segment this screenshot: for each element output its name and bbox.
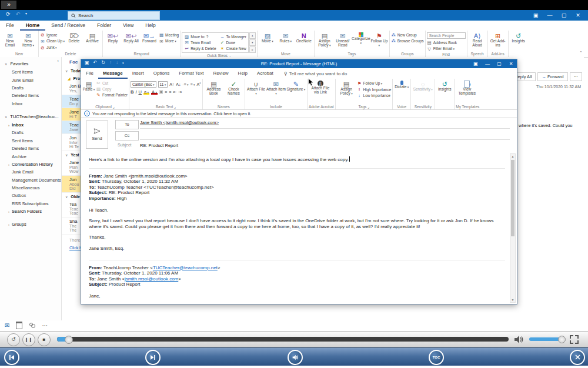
categorize-button[interactable]: Categorize xyxy=(352,31,370,45)
toolbar-expander-button[interactable]: » xyxy=(1,1,16,9)
high-importance-button[interactable]: ! High Importance xyxy=(357,87,392,92)
replay-button[interactable]: ↺ xyxy=(7,333,20,346)
tab-message[interactable]: Message xyxy=(98,68,128,79)
align-center-icon[interactable]: ≡ xyxy=(165,90,167,94)
seek-bar[interactable] xyxy=(57,337,509,342)
quick-steps-scrollbar[interactable]: ▴ ▾ ≡ xyxy=(249,32,256,53)
favorites-junk-email[interactable]: Junk Email xyxy=(0,76,61,83)
sidebar-item-miscellaneous[interactable]: Miscellaneous xyxy=(0,184,61,192)
favorites-drafts[interactable]: Drafts xyxy=(0,84,61,92)
decrease-indent-icon[interactable]: ⇤ xyxy=(173,90,176,95)
message-body-editor[interactable]: Here's a link to the online version and … xyxy=(81,152,517,304)
filter-email-button[interactable]: ▽ Filter Email xyxy=(427,46,466,52)
audio-button[interactable] xyxy=(288,350,303,365)
sidebar-item-search-folders[interactable]: › Search Folders xyxy=(0,208,61,215)
address-book-button[interactable]: ▤ Address Book xyxy=(427,40,466,45)
ignore-button[interactable]: ⊘ Ignore xyxy=(40,32,65,38)
quick-step-reply-delete[interactable]: ↩ Reply & Delete xyxy=(184,46,216,51)
insights-button[interactable]: ↺ Insights xyxy=(436,79,453,92)
stop-button[interactable]: ■ xyxy=(38,333,51,346)
archive-button[interactable]: ▤ Archive xyxy=(83,31,101,44)
tell-me-box[interactable]: ⚲ Tell me what you want to do xyxy=(278,71,348,76)
favorites-header[interactable]: ∨ Favorites xyxy=(0,59,61,68)
sidebar-item-deleted-items[interactable]: Deleted Items xyxy=(0,145,61,152)
signature-button[interactable]: ✎ Signature xyxy=(286,79,306,92)
tab-help[interactable]: Help xyxy=(139,21,161,31)
font-color-icon[interactable]: A xyxy=(151,89,158,95)
unread-read-button[interactable]: ✉ Unread/ Read xyxy=(334,31,352,48)
favorites-inbox[interactable]: Inbox xyxy=(0,100,61,108)
pause-button[interactable]: ❙❙ xyxy=(22,333,35,346)
close-icon[interactable]: ✕ xyxy=(571,10,585,21)
follow-up-button[interactable]: ⚑ Follow Up xyxy=(357,81,392,86)
customize-qat-icon[interactable]: ▾ xyxy=(25,11,27,17)
junk-button[interactable]: ⊘ Junk xyxy=(40,45,65,51)
assign-policy-button[interactable]: ▤ Assign Policy xyxy=(316,31,333,48)
to-button[interactable]: To xyxy=(115,120,139,129)
highlight-color-icon[interactable]: a xyxy=(143,89,149,95)
collapse-ribbon-icon[interactable]: ⌃ xyxy=(579,51,583,55)
maximize-icon[interactable]: ▢ xyxy=(493,59,505,68)
align-left-icon[interactable]: ≡ xyxy=(159,90,163,94)
align-right-icon[interactable]: ≡ xyxy=(169,90,171,94)
basic-text-dialog-launcher-icon[interactable]: ⌟ xyxy=(174,105,176,109)
tab-format-text[interactable]: Format Text xyxy=(174,68,208,79)
search-people-input[interactable]: Search People xyxy=(427,32,466,39)
scroll-down-icon[interactable]: ▼ xyxy=(510,298,515,302)
font-name-select[interactable]: Calibri (Boc xyxy=(131,81,156,88)
more-actions-button[interactable]: ⋯ xyxy=(570,72,583,81)
speaker-icon[interactable] xyxy=(514,335,524,344)
browse-groups-button[interactable]: ⁂ Browse Groups xyxy=(391,38,424,44)
tab-file[interactable]: File xyxy=(81,68,98,79)
previous-lesson-button[interactable] xyxy=(4,350,19,365)
tab-folder[interactable]: Folder xyxy=(91,21,117,31)
account-header[interactable]: ∨ TUCTeacher@teachuc... xyxy=(0,112,61,121)
paste-button[interactable]: ▤ Paste xyxy=(82,79,95,92)
shrink-font-icon[interactable]: A↓ xyxy=(176,82,181,86)
grow-font-icon[interactable]: A↑ xyxy=(169,82,174,86)
sidebar-item-rss-subscriptions[interactable]: RSS Subscriptions xyxy=(0,200,61,208)
cc-field[interactable] xyxy=(140,131,510,140)
read-aloud-button[interactable]: A⟩ Read Aloud xyxy=(469,31,486,48)
quick-step-to-manager[interactable]: → To Manager xyxy=(220,34,246,39)
font-size-select[interactable]: 11 xyxy=(158,81,168,88)
maximize-icon[interactable]: ▢ xyxy=(557,10,571,21)
tab-send-receive[interactable]: Send / Receive xyxy=(45,21,91,31)
attach-item-button[interactable]: ✉ Attach Item xyxy=(266,79,286,96)
quick-steps-scroll-down-icon[interactable]: ▾ xyxy=(249,39,256,46)
meeting-button[interactable]: ▦ Meeting xyxy=(159,32,179,38)
clean-up-button[interactable]: ✉ Clean Up xyxy=(40,38,65,44)
follow-up-button[interactable]: ⚑ Follow Up xyxy=(370,31,388,48)
fullscreen-icon[interactable] xyxy=(570,335,579,344)
sidebar-item-drafts[interactable]: Drafts xyxy=(0,129,61,136)
forward-button[interactable]: → Forward xyxy=(537,72,567,81)
ribbon-display-options-icon[interactable]: ▣ xyxy=(529,10,543,21)
low-importance-button[interactable]: ↓ Low Importance xyxy=(357,93,392,98)
subject-field[interactable]: RE: Product Report xyxy=(140,143,178,148)
quick-step-move-to[interactable]: ▨ Move to: ? xyxy=(184,34,216,39)
dictate-button[interactable]: Dictate xyxy=(394,79,409,89)
compose-title-bar[interactable]: ▣ ↶ ↻ ↑ ↓ ▾ RE: Product Report - Message… xyxy=(81,59,517,68)
tab-acrobat[interactable]: Acrobat xyxy=(252,68,278,79)
address-book-button[interactable]: ▤ Address Book xyxy=(204,79,223,96)
reply-button[interactable]: ✉↩ Reply xyxy=(104,31,122,44)
send-button[interactable]: Send xyxy=(86,121,108,149)
new-items-button[interactable]: ✉ New Items xyxy=(19,31,37,48)
view-templates-button[interactable]: View Templates xyxy=(456,79,478,96)
tab-help[interactable]: Help xyxy=(233,68,252,79)
cc-button[interactable]: Cc xyxy=(115,131,139,140)
clipboard-dialog-launcher-icon[interactable]: ⌟ xyxy=(113,105,115,109)
quick-steps-scroll-up-icon[interactable]: ▴ xyxy=(249,32,256,39)
people-icon[interactable] xyxy=(29,323,35,328)
ribbon-display-options-icon[interactable]: ▣ xyxy=(470,59,482,68)
forward-button[interactable]: ✉→ Forward xyxy=(141,31,158,44)
delete-button[interactable]: ⌦ Delete xyxy=(65,31,83,44)
tab-options[interactable]: Options xyxy=(149,68,175,79)
copy-button[interactable]: ▥ Copy xyxy=(96,86,128,92)
toc-button[interactable]: TOC xyxy=(429,350,444,365)
email-link[interactable]: TUCTeacher@teachucomp.net xyxy=(153,265,218,270)
send-receive-icon[interactable]: ⟳ xyxy=(6,11,11,17)
assign-policy-button[interactable]: ▤ Assign Policy xyxy=(337,79,356,96)
tab-view[interactable]: View xyxy=(117,21,139,31)
onenote-button[interactable]: N OneNote xyxy=(295,31,313,44)
